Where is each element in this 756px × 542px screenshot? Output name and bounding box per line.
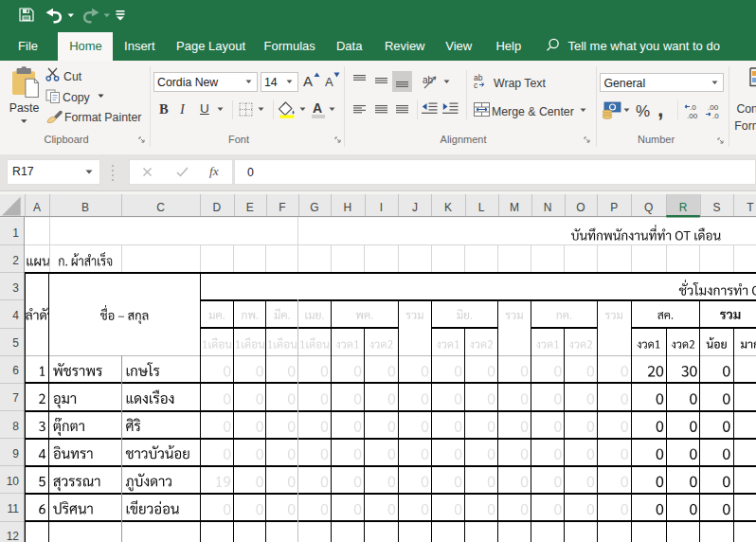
svg-text:K: K <box>444 201 452 214</box>
svg-text:P: P <box>610 201 618 214</box>
svg-text:C: C <box>156 201 165 214</box>
svg-text:1: 1 <box>12 226 19 240</box>
svg-text:L: L <box>478 201 485 214</box>
svg-text:Q: Q <box>644 201 653 214</box>
svg-text:7: 7 <box>12 391 19 405</box>
svg-text:M: M <box>510 201 519 214</box>
svg-text:3: 3 <box>12 281 19 295</box>
svg-text:S: S <box>712 201 720 214</box>
svg-text:J: J <box>412 201 418 214</box>
svg-text:12: 12 <box>7 530 20 542</box>
svg-text:8: 8 <box>12 420 19 433</box>
svg-text:I: I <box>380 201 383 214</box>
svg-text:T: T <box>747 201 754 214</box>
svg-text:11: 11 <box>8 502 20 515</box>
svg-text:N: N <box>544 201 552 214</box>
svg-text:.0: .0 <box>712 112 719 120</box>
svg-text:2: 2 <box>12 254 19 267</box>
svg-text:5: 5 <box>12 336 19 350</box>
svg-text:4: 4 <box>12 309 19 322</box>
svg-text:E: E <box>246 201 254 214</box>
svg-text:O: O <box>576 201 585 214</box>
svg-text:.00: .00 <box>687 112 698 120</box>
svg-text:A: A <box>33 201 41 214</box>
svg-text:9: 9 <box>12 447 19 461</box>
svg-text:G: G <box>310 201 318 214</box>
svg-text:R: R <box>679 201 688 214</box>
svg-text:10: 10 <box>7 475 20 488</box>
svg-text:6: 6 <box>12 364 19 377</box>
svg-text:F: F <box>279 201 285 214</box>
svg-text:H: H <box>344 201 352 214</box>
svg-text:B: B <box>81 201 89 214</box>
svg-text:D: D <box>213 201 222 214</box>
